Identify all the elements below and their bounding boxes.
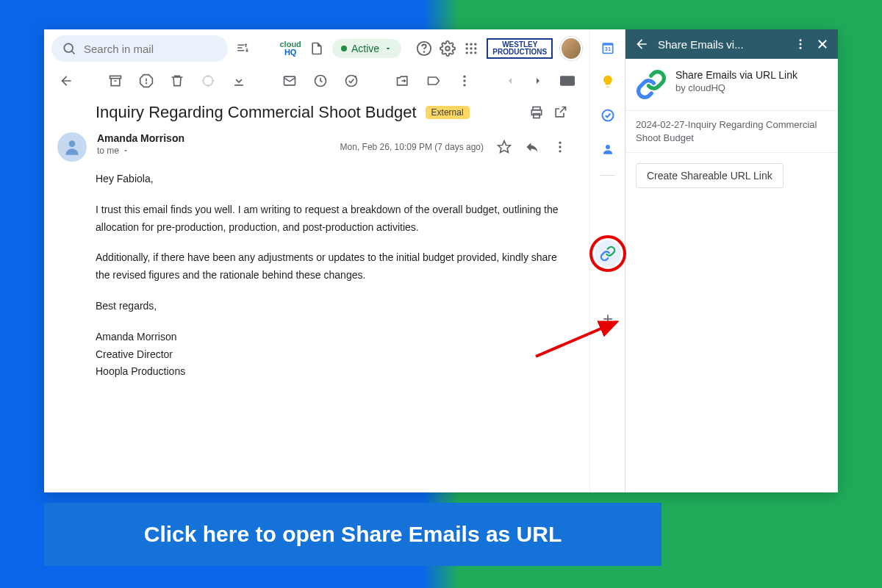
active-label: Active — [351, 43, 379, 54]
svg-point-13 — [474, 51, 476, 54]
next-icon[interactable] — [532, 74, 544, 88]
gmail-pane: cloud HQ Active WESTLEY — [44, 29, 589, 492]
email-p1: I trust this email finds you well. I am … — [96, 201, 567, 237]
svg-point-43 — [800, 47, 802, 49]
back-icon[interactable] — [59, 74, 74, 88]
calendar-addon-icon[interactable]: 31 — [600, 40, 616, 56]
svg-point-4 — [445, 46, 450, 51]
create-link-button[interactable]: Create Shareable URL Link — [636, 163, 784, 188]
panel-more-icon[interactable] — [794, 37, 807, 51]
svg-point-3 — [424, 51, 425, 52]
sender-info: Amanda Morrison to me — [97, 132, 330, 162]
email-meta-row: Amanda Morrison to me Mon, Feb 26, 10:09… — [44, 125, 589, 166]
star-icon[interactable] — [497, 140, 512, 154]
svg-text:31: 31 — [604, 46, 610, 52]
mark-unread-icon[interactable] — [282, 74, 297, 88]
svg-point-29 — [69, 140, 76, 147]
add-addon-icon[interactable] — [600, 311, 616, 327]
company-logo[interactable]: WESTLEY PRODUCTIONS — [487, 38, 553, 59]
status-dot-icon — [341, 46, 347, 51]
svg-point-42 — [800, 43, 802, 46]
svg-point-41 — [800, 39, 802, 41]
document-icon[interactable] — [309, 40, 325, 57]
chevron-down-icon — [384, 44, 392, 53]
search-bar[interactable] — [51, 35, 228, 62]
apps-grid-icon[interactable] — [463, 40, 479, 57]
search-input[interactable] — [84, 43, 223, 55]
more-icon[interactable] — [457, 74, 472, 88]
user-avatar[interactable] — [560, 37, 582, 60]
open-new-icon[interactable] — [553, 105, 567, 120]
help-icon[interactable] — [416, 40, 432, 57]
sig-name: Amanda Morrison — [96, 331, 177, 343]
svg-point-24 — [463, 84, 465, 86]
email-subject: Inquiry Regarding Commercial Shoot Budge… — [96, 103, 417, 122]
active-status-chip[interactable]: Active — [332, 39, 401, 58]
svg-marker-30 — [498, 141, 511, 153]
svg-point-10 — [474, 47, 476, 49]
chevron-down-icon — [122, 147, 129, 154]
svg-point-12 — [470, 51, 473, 54]
add-task-icon[interactable] — [344, 74, 359, 88]
app-window: cloud HQ Active WESTLEY — [44, 29, 838, 492]
spam-icon[interactable] — [139, 74, 154, 88]
svg-point-31 — [559, 142, 561, 144]
prev-icon[interactable] — [504, 74, 516, 88]
settings-icon[interactable] — [440, 40, 456, 57]
panel-close-icon[interactable] — [816, 37, 829, 51]
share-link-addon-icon[interactable] — [595, 240, 621, 267]
keep-addon-icon[interactable] — [600, 74, 616, 90]
svg-line-1 — [72, 51, 75, 54]
svg-point-5 — [466, 43, 468, 46]
label-icon[interactable] — [426, 74, 441, 88]
panel-info: Share Emails via URL Link by cloudHQ — [625, 59, 838, 110]
reply-icon[interactable] — [525, 140, 539, 154]
panel-subject: 2024-02-27-Inquiry Regarding Commercial … — [625, 110, 838, 153]
email-body: Hey Fabiola, I trust this email finds yo… — [44, 166, 589, 395]
print-icon[interactable] — [529, 105, 544, 120]
target-icon[interactable] — [201, 74, 215, 88]
sender-to[interactable]: to me — [97, 146, 330, 156]
link-logo-icon — [636, 69, 667, 100]
filter-icon[interactable] — [235, 40, 251, 57]
svg-rect-25 — [560, 76, 575, 85]
svg-point-22 — [463, 76, 465, 78]
instruction-caption: Click here to open Share Emails as URL — [44, 503, 662, 566]
svg-point-23 — [463, 79, 465, 82]
email-p2: Additionally, if there have been any adj… — [96, 249, 567, 284]
svg-point-6 — [470, 43, 473, 46]
archive-icon[interactable] — [108, 74, 123, 88]
search-icon — [62, 41, 76, 56]
email-greeting: Hey Fabiola, — [96, 171, 567, 188]
svg-point-33 — [559, 150, 561, 152]
move-icon[interactable] — [395, 74, 410, 88]
email-closing: Best regards, — [96, 298, 567, 315]
cloudhq-logo[interactable]: cloud HQ — [280, 40, 301, 57]
share-panel: Share Emails vi... Share Emails via URL … — [625, 29, 838, 492]
panel-info-text: Share Emails via URL Link by cloudHQ — [675, 69, 797, 93]
svg-point-8 — [466, 47, 468, 49]
delete-icon[interactable] — [170, 74, 184, 88]
svg-point-17 — [146, 83, 146, 84]
tasks-addon-icon[interactable] — [600, 107, 616, 123]
sidebar-divider — [600, 175, 615, 176]
email-toolbar — [44, 68, 589, 94]
sender-avatar[interactable] — [57, 132, 87, 162]
panel-back-icon[interactable] — [634, 37, 649, 51]
svg-point-18 — [203, 76, 212, 85]
svg-rect-14 — [110, 76, 121, 78]
panel-header-title: Share Emails vi... — [658, 38, 785, 51]
svg-point-7 — [474, 43, 476, 46]
more-vert-icon[interactable] — [553, 140, 567, 154]
svg-point-0 — [64, 43, 73, 52]
snooze-icon[interactable] — [313, 74, 328, 88]
keyboard-icon[interactable] — [560, 74, 575, 88]
panel-by-text: by cloudHQ — [675, 82, 797, 93]
email-meta: Mon, Feb 26, 10:09 PM (7 days ago) — [340, 132, 567, 162]
contacts-addon-icon[interactable] — [600, 141, 616, 157]
external-badge: External — [426, 106, 470, 119]
svg-point-32 — [559, 146, 561, 148]
sender-name: Amanda Morrison — [97, 132, 330, 144]
addon-sidebar: 31 — [589, 29, 625, 492]
download-icon[interactable] — [232, 74, 246, 88]
